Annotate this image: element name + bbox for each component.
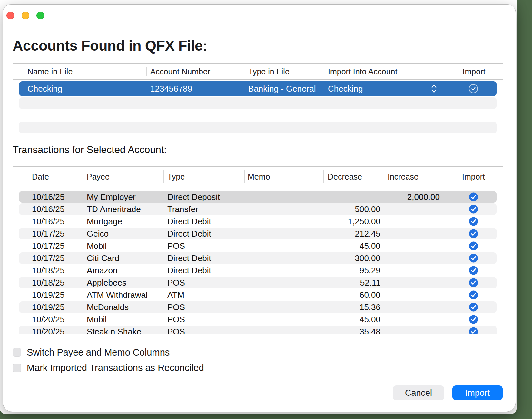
zoom-window-button[interactable] — [36, 12, 44, 19]
tx-decrease-cell: 15.36 — [360, 302, 380, 312]
tx-date-cell: 10/19/25 — [32, 302, 64, 312]
account-row[interactable]: Checking 123456789 Banking - General Che… — [13, 81, 503, 96]
tx-increase-cell: 2,000.00 — [407, 192, 440, 202]
column-divider — [323, 170, 324, 183]
tx-payee-cell: Citi Card — [87, 253, 119, 263]
tx-date-cell: 10/20/25 — [32, 315, 64, 325]
minimize-window-button[interactable] — [22, 12, 29, 19]
column-divider — [444, 170, 444, 183]
mark-reconciled-label: Mark Imported Transactions as Reconciled — [27, 363, 204, 373]
transaction-row[interactable]: 10/16/25 TD Ameritrade Transfer 500.00 — [13, 203, 503, 215]
transactions-table: Date Payee Type Memo Decrease Increase I… — [13, 166, 503, 334]
tx-payee-cell: McDonalds — [87, 302, 129, 312]
transaction-row[interactable]: 10/19/25 McDonalds POS 15.36 — [13, 301, 503, 313]
transaction-row[interactable]: 10/20/25 Mobil POS 45.00 — [13, 314, 503, 325]
tx-date-cell: 10/17/25 — [32, 229, 64, 239]
col-import-into-account: Import Into Account — [328, 67, 397, 76]
account-empty-row[interactable] — [13, 97, 503, 109]
tx-decrease-cell: 300.00 — [355, 253, 380, 263]
tx-import-check-icon[interactable] — [469, 242, 478, 250]
tx-date-cell: 10/16/25 — [32, 192, 64, 202]
account-empty-row[interactable] — [13, 110, 503, 121]
tx-type-cell: Direct Deposit — [167, 192, 220, 202]
transaction-row[interactable]: 10/20/25 Steak n Shake POS 35.48 — [13, 326, 503, 334]
tx-payee-cell: Applebees — [87, 278, 126, 288]
column-divider — [146, 67, 147, 76]
account-empty-row[interactable] — [13, 122, 503, 133]
tx-import-check-icon[interactable] — [469, 217, 478, 226]
chevron-up-down-icon[interactable] — [431, 83, 437, 94]
mark-reconciled-checkbox[interactable] — [13, 364, 21, 372]
tx-date-cell: 10/16/25 — [32, 204, 64, 214]
tx-date-cell: 10/17/25 — [32, 253, 64, 263]
tx-date-cell: 10/18/25 — [32, 278, 64, 288]
tx-date-cell: 10/17/25 — [32, 241, 64, 251]
row-background — [19, 122, 497, 133]
tx-payee-cell: Mobil — [87, 315, 107, 325]
column-divider — [445, 67, 445, 76]
tx-import-check-icon[interactable] — [469, 193, 478, 201]
col-name-in-file: Name in File — [27, 67, 73, 76]
import-button[interactable]: Import — [452, 385, 503, 400]
tx-type-cell: POS — [167, 241, 185, 251]
account-import-check-icon[interactable] — [469, 84, 478, 93]
transaction-row[interactable]: 10/17/25 Citi Card Direct Debit 300.00 — [13, 252, 503, 264]
tx-import-check-icon[interactable] — [469, 291, 478, 299]
tx-payee-cell: Mobil — [87, 241, 107, 251]
column-divider — [384, 170, 384, 183]
account-type-cell: Banking - General — [248, 84, 316, 94]
transaction-row[interactable]: 10/19/25 ATM Withdrawal ATM 60.00 — [13, 289, 503, 301]
tx-decrease-cell: 500.00 — [355, 204, 380, 214]
tx-import-check-icon[interactable] — [469, 327, 478, 334]
tx-type-cell: Direct Debit — [167, 253, 211, 263]
page-title: Accounts Found in QFX File: — [13, 37, 207, 54]
tx-import-check-icon[interactable] — [469, 315, 478, 324]
col-increase: Increase — [388, 172, 419, 181]
tx-import-check-icon[interactable] — [469, 254, 478, 263]
tx-type-cell: POS — [167, 327, 185, 334]
tx-import-check-icon[interactable] — [469, 229, 478, 238]
tx-type-cell: ATM — [167, 290, 184, 300]
close-window-button[interactable] — [6, 12, 14, 19]
tx-decrease-cell: 60.00 — [360, 290, 380, 300]
col-type-in-file: Type in File — [248, 67, 290, 76]
option-mark-reconciled: Mark Imported Transactions as Reconciled — [13, 363, 204, 373]
tx-type-cell: Direct Debit — [167, 266, 211, 276]
tx-type-cell: Direct Debit — [167, 217, 211, 227]
tx-type-cell: POS — [167, 278, 185, 288]
tx-date-cell: 10/20/25 — [32, 327, 64, 334]
tx-import-check-icon[interactable] — [469, 303, 478, 312]
row-background — [19, 97, 497, 109]
switch-payee-memo-checkbox[interactable] — [13, 348, 21, 357]
col-date: Date — [32, 172, 49, 181]
switch-payee-memo-label: Switch Payee and Memo Columns — [27, 347, 170, 358]
tx-payee-cell: Geico — [87, 229, 109, 239]
transaction-row[interactable]: 10/18/25 Applebees POS 52.11 — [13, 277, 503, 288]
accounts-table: Name in File Account Number Type in File… — [13, 63, 503, 138]
transaction-row[interactable]: 10/17/25 Geico Direct Debit 212.45 — [13, 228, 503, 239]
cancel-button[interactable]: Cancel — [393, 385, 444, 400]
column-divider — [83, 170, 83, 183]
tx-import-check-icon[interactable] — [469, 278, 478, 287]
tx-payee-cell: Mortgage — [87, 217, 122, 227]
tx-date-cell: 10/16/25 — [32, 217, 64, 227]
title-bar — [3, 5, 516, 26]
tx-decrease-cell: 95.29 — [360, 266, 380, 276]
tx-decrease-cell: 212.45 — [355, 229, 380, 239]
transaction-row[interactable]: 10/17/25 Mobil POS 45.00 — [13, 240, 503, 252]
transactions-table-header: Date Payee Type Memo Decrease Increase I… — [13, 167, 503, 187]
transaction-row[interactable]: 10/16/25 My Employer Direct Deposit 2,00… — [13, 191, 503, 203]
col-payee: Payee — [87, 172, 110, 181]
tx-decrease-cell: 1,250.00 — [348, 217, 380, 227]
tx-payee-cell: TD Ameritrade — [87, 204, 141, 214]
tx-decrease-cell: 45.00 — [360, 315, 380, 325]
account-import-into-cell: Checking — [328, 84, 363, 94]
tx-import-check-icon[interactable] — [469, 205, 478, 214]
column-divider — [163, 170, 164, 183]
account-name-cell: Checking — [27, 84, 62, 94]
tx-type-cell: POS — [167, 302, 185, 312]
tx-import-check-icon[interactable] — [469, 266, 478, 275]
tx-type-cell: Transfer — [167, 204, 198, 214]
transaction-row[interactable]: 10/16/25 Mortgage Direct Debit 1,250.00 — [13, 216, 503, 227]
transaction-row[interactable]: 10/18/25 Amazon Direct Debit 95.29 — [13, 265, 503, 276]
